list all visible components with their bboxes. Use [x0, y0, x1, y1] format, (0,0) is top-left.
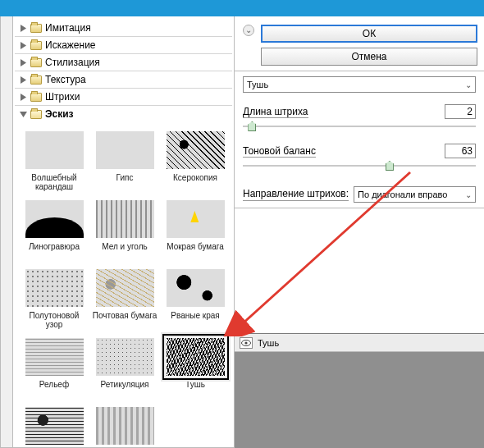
svg-marker-5 — [20, 112, 27, 117]
thumb-preview — [95, 199, 155, 239]
disclosure-down-icon — [20, 111, 27, 118]
thumb-note-paper[interactable]: Почтовая бумага — [92, 268, 158, 329]
chevron-down-icon: ⌄ — [465, 80, 472, 89]
thumb-photocopy[interactable]: Ксерокопия — [162, 130, 228, 191]
window-titlebar — [0, 0, 484, 16]
thumb-label: Рельеф — [21, 380, 87, 398]
tree-item-label: Искажение — [45, 39, 96, 51]
thumb-label: Рваные края — [162, 311, 228, 329]
folder-open-icon — [30, 110, 42, 119]
tree-item-label: Текстура — [45, 74, 86, 85]
thumb-preview — [166, 268, 226, 308]
tree-item-label: Штрихи — [45, 91, 80, 103]
tree-item-label: Эскиз — [45, 108, 74, 120]
thumb-linocut[interactable]: Линогравюра — [21, 199, 87, 260]
tree-item-sketch[interactable]: Эскиз — [15, 106, 232, 122]
cancel-button[interactable]: Отмена — [261, 48, 477, 66]
svg-marker-1 — [21, 42, 26, 49]
thumb-label: Тушь — [162, 380, 228, 398]
tone-balance-label: Тоновой баланс — [243, 145, 316, 158]
thumb-preview — [25, 199, 84, 239]
stroke-length-label: Длина штриха — [243, 106, 308, 118]
stroke-direction-label: Направление штрихов: — [243, 188, 349, 201]
visibility-eye-icon[interactable] — [240, 337, 253, 349]
dropdown-value: Тушь — [247, 80, 268, 89]
filter-gallery-panel: Имитация Искажение Стилизация Текстура Ш — [13, 16, 235, 448]
svg-marker-2 — [21, 59, 26, 66]
thumb-label: Ксерокопия — [162, 173, 228, 191]
svg-point-7 — [244, 341, 247, 344]
slider-handle[interactable] — [386, 161, 394, 171]
thumb-plaster[interactable]: Гипс — [92, 130, 158, 191]
thumb-graphic-pen[interactable]: Тушь — [162, 337, 228, 398]
thumb-chalk-charcoal[interactable]: Мел и уголь — [92, 199, 158, 260]
expand-toggle-icon[interactable]: ⌄ — [243, 25, 254, 36]
effect-layers-panel: Тушь — [235, 333, 484, 448]
tree-item-texture[interactable]: Текстура — [15, 71, 232, 88]
thumb-water-paper[interactable]: Мокрая бумага — [162, 199, 228, 260]
thumb-preview — [25, 406, 84, 446]
thumb-preview — [166, 130, 226, 170]
thumb-torn-edges[interactable]: Рваные края — [162, 268, 228, 329]
stroke-length-input[interactable] — [445, 104, 476, 119]
folder-icon — [30, 24, 42, 33]
filter-category-tree: Имитация Искажение Стилизация Текстура Ш — [13, 16, 234, 126]
disclosure-right-icon — [20, 76, 27, 84]
folder-icon — [30, 75, 42, 85]
thumb-preview — [25, 337, 84, 377]
tree-item-label: Имитация — [45, 22, 91, 34]
thumb-label: Линогравюра — [21, 242, 87, 260]
slider-track — [243, 126, 476, 127]
ok-button[interactable]: ОК — [261, 25, 477, 43]
thumb-charcoal[interactable]: Уголь — [21, 406, 87, 447]
filter-select-dropdown[interactable]: Тушь ⌄ — [243, 76, 476, 93]
svg-marker-3 — [21, 76, 26, 84]
thumb-halftone-pattern[interactable]: Полутоновой узор — [21, 268, 87, 329]
thumb-preview — [166, 199, 226, 239]
folder-icon — [30, 41, 42, 50]
tree-item-label: Стилизация — [45, 57, 100, 68]
thumb-label: Волшебный карандаш — [21, 173, 87, 191]
thumb-label: Мел и уголь — [92, 242, 158, 260]
thumb-preview — [25, 268, 84, 308]
thumb-preview — [95, 337, 155, 377]
folder-icon — [30, 58, 42, 67]
stroke-length-slider[interactable] — [243, 121, 476, 132]
tree-item-imitation[interactable]: Имитация — [15, 20, 232, 36]
svg-marker-4 — [21, 94, 26, 101]
thumb-label: Ретикуляция — [92, 380, 158, 398]
thumb-preview — [95, 130, 155, 170]
disclosure-right-icon — [20, 42, 27, 49]
tree-item-stylize[interactable]: Стилизация — [15, 54, 232, 71]
thumb-reticulation[interactable]: Ретикуляция — [92, 337, 158, 398]
thumb-label: Полутоновой узор — [21, 311, 87, 329]
stroke-direction-dropdown[interactable]: По диагонали вправо ⌄ — [354, 186, 476, 203]
tree-item-strokes[interactable]: Штрихи — [15, 89, 232, 105]
tone-balance-input[interactable] — [445, 144, 476, 158]
dropdown-value: По диагонали вправо — [358, 190, 447, 199]
disclosure-right-icon — [20, 25, 27, 32]
thumb-chrome[interactable]: Хром — [92, 406, 158, 447]
effect-layer-name: Тушь — [258, 338, 279, 348]
thumb-label: Почтовая бумага — [92, 311, 158, 329]
filter-thumbnail-grid: Волшебный карандаш Гипс Ксерокопия Линог… — [13, 126, 234, 447]
thumb-preview — [25, 130, 84, 170]
folder-icon — [30, 93, 42, 102]
left-gutter — [0, 16, 13, 448]
slider-track — [243, 165, 476, 167]
filter-settings-panel: ⌄ ОК Отмена Тушь ⌄ Длина штриха — [235, 16, 484, 448]
disclosure-right-icon — [20, 94, 27, 101]
tree-item-distort[interactable]: Искажение — [15, 37, 232, 53]
tone-balance-slider[interactable] — [243, 160, 476, 171]
thumb-preview — [95, 268, 155, 308]
thumb-preview — [95, 406, 155, 446]
svg-marker-0 — [21, 25, 26, 32]
chevron-down-icon: ⌄ — [465, 190, 472, 199]
effect-layer-row[interactable]: Тушь — [235, 334, 484, 352]
slider-handle[interactable] — [248, 121, 256, 131]
thumb-bas-relief[interactable]: Рельеф — [21, 337, 87, 398]
thumb-conte-crayon[interactable]: Волшебный карандаш — [21, 130, 87, 191]
disclosure-right-icon — [20, 59, 27, 66]
effect-layers-body — [235, 352, 484, 448]
thumb-label: Гипс — [92, 173, 158, 191]
